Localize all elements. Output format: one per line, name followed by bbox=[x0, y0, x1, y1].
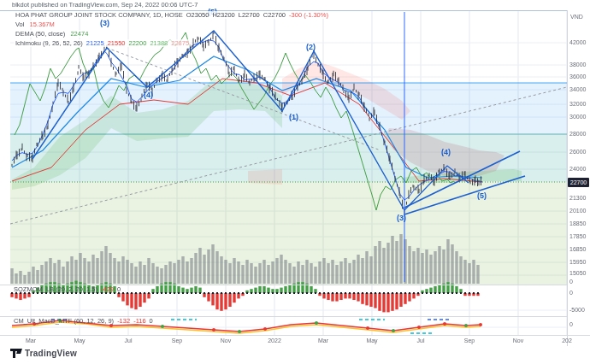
legend-symbol-row[interactable]: HOA PHAT GROUP JOINT STOCK COMPANY, 1D, … bbox=[14, 11, 330, 20]
time-axis-label: Mar bbox=[318, 338, 328, 343]
legend-macd-row[interactable]: CM_Ult_MacD_MTF (60, 12, 26, 9)-132-1160 bbox=[14, 317, 153, 326]
elliott-wave-label[interactable]: (3) bbox=[397, 214, 406, 222]
dema-value: 22474 bbox=[70, 30, 88, 38]
indicator-axis-label: 0 bbox=[569, 290, 573, 296]
sqzmom-label: SQZMOM_LB (20, 2, 20, 1.5) bbox=[14, 285, 97, 293]
sqzParts-value: -429 bbox=[101, 285, 114, 293]
price-axis-label: 32000 bbox=[569, 101, 586, 107]
price-axis-label: 17850 bbox=[569, 233, 586, 239]
last-price-badge: 22700 bbox=[568, 178, 589, 187]
ohlcParts-value: O23050 bbox=[186, 11, 209, 19]
volume-value: 15.367M bbox=[30, 21, 55, 28]
time-axis-label: Nov bbox=[513, 338, 523, 343]
chart-plot-area[interactable] bbox=[0, 0, 590, 364]
elliott-wave-label[interactable]: (4) bbox=[441, 148, 451, 156]
time-axis-label: 202 bbox=[562, 338, 572, 343]
time-axis-label: Mar bbox=[26, 338, 36, 343]
price-axis-label: 34000 bbox=[569, 86, 586, 92]
time-axis-label: Sep bbox=[464, 338, 475, 343]
price-axis-label: 42000 bbox=[569, 39, 586, 45]
ichiParts-value: 22200 bbox=[129, 39, 147, 47]
ohlcParts-value: C22700 bbox=[263, 11, 286, 19]
time-axis-label: 2022 bbox=[268, 338, 281, 343]
price-axis-label: 28000 bbox=[569, 131, 586, 137]
price-axis-label: 24000 bbox=[569, 166, 586, 172]
price-axis-label: 38000 bbox=[569, 62, 586, 68]
elliott-wave-label[interactable]: (2) bbox=[306, 43, 316, 51]
ohlcParts-value: L22700 bbox=[239, 11, 260, 19]
macdParts-value: -132 bbox=[117, 317, 130, 325]
ichiParts-value: 21550 bbox=[108, 39, 126, 47]
legend-volume-row[interactable]: Vol 15.367M bbox=[14, 21, 56, 29]
ohlcParts-value: -300 (-1.30%) bbox=[289, 11, 328, 19]
price-axis-label: 26000 bbox=[569, 149, 586, 155]
time-axis-label: Jul bbox=[417, 338, 425, 343]
ichimoku-label: Ichimoku (9, 26, 52, 26) bbox=[15, 39, 83, 47]
price-axis-label: 21300 bbox=[569, 195, 586, 201]
price-axis-label: 0 bbox=[569, 279, 573, 285]
tradingview-logo[interactable]: TradingView bbox=[10, 349, 77, 358]
time-axis-label: May bbox=[74, 338, 85, 343]
macdParts-value: 0 bbox=[150, 317, 153, 325]
elliott-wave-label[interactable]: (1) bbox=[289, 113, 298, 121]
time-axis-label: Nov bbox=[221, 338, 231, 343]
price-axis-currency: VND bbox=[570, 14, 583, 20]
ohlcParts-value: H23200 bbox=[212, 11, 234, 19]
tradingview-published-chart: blkdot published on TradingView.com, Sep… bbox=[0, 0, 590, 364]
price-axis-label: 16850 bbox=[569, 246, 586, 252]
dema-label: DEMA (50, close) bbox=[15, 30, 65, 38]
macdParts-value: -116 bbox=[133, 317, 145, 325]
price-axis-label: 15950 bbox=[569, 259, 586, 265]
price-axis-label: 15050 bbox=[569, 270, 586, 276]
legend-dema-row[interactable]: DEMA (50, close) 22474 bbox=[14, 30, 90, 38]
time-axis-label: Sep bbox=[172, 338, 182, 343]
macd-label: CM_Ult_MacD_MTF (60, 12, 26, 9) bbox=[14, 317, 114, 325]
volume-label: Vol bbox=[15, 21, 24, 28]
time-axis-border bbox=[0, 335, 590, 336]
elliott-wave-label[interactable]: (4) bbox=[144, 91, 153, 99]
time-axis-label: May bbox=[366, 338, 377, 343]
elliott-wave-label[interactable]: (3) bbox=[100, 19, 109, 27]
publish-attribution: blkdot published on TradingView.com, Sep… bbox=[12, 1, 198, 9]
indicator-axis-label: 0 bbox=[569, 321, 573, 327]
indicator-axis-label: -5000 bbox=[569, 307, 585, 313]
legend-sqzmom-row[interactable]: SQZMOM_LB (20, 2, 20, 1.5)-4290 bbox=[14, 285, 121, 294]
price-axis-label: 30000 bbox=[569, 114, 586, 120]
tradingview-logo-icon bbox=[10, 349, 21, 358]
sqzParts-value: 0 bbox=[117, 285, 121, 293]
ichiParts-value: 21388 bbox=[150, 39, 168, 47]
elliott-wave-label[interactable]: (5) bbox=[477, 191, 487, 200]
ichiParts-value: 22875 bbox=[171, 39, 189, 47]
legend-ichimoku-row[interactable]: Ichimoku (9, 26, 52, 26)2122521550222002… bbox=[14, 39, 191, 48]
price-axis-label: 36000 bbox=[569, 73, 586, 79]
symbol-title: HOA PHAT GROUP JOINT STOCK COMPANY, 1D, … bbox=[15, 11, 183, 19]
price-axis-label: 20100 bbox=[569, 208, 586, 214]
time-axis-label: Jul bbox=[125, 338, 133, 343]
tradingview-logo-text: TradingView bbox=[25, 349, 77, 358]
ichiParts-value: 21225 bbox=[86, 39, 104, 47]
price-axis-label: 18850 bbox=[569, 220, 586, 226]
